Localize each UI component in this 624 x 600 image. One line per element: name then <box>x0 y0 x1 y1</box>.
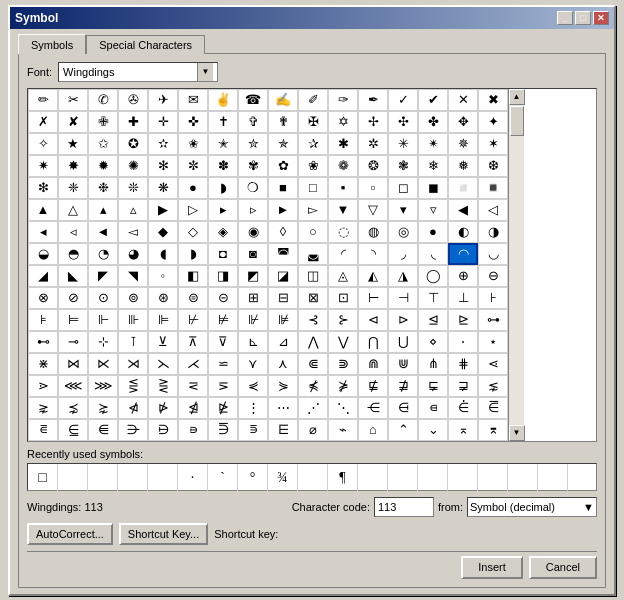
symbol-cell[interactable]: ✝ <box>208 111 238 133</box>
symbol-cell[interactable]: ⋆ <box>478 331 508 353</box>
symbol-cell[interactable]: ◧ <box>178 265 208 287</box>
recent-symbol-cell[interactable]: □ <box>28 464 58 492</box>
symbol-cell[interactable]: ⊤ <box>418 287 448 309</box>
symbol-cell[interactable]: ◡ <box>478 243 508 265</box>
scroll-down-button[interactable]: ▼ <box>509 425 525 441</box>
symbol-cell[interactable]: ◙ <box>238 243 268 265</box>
symbol-cell[interactable]: ◃ <box>58 221 88 243</box>
symbol-cell[interactable]: ⋥ <box>448 375 478 397</box>
symbol-cell[interactable]: ⊧ <box>28 309 58 331</box>
symbol-cell[interactable]: ⋫ <box>148 397 178 419</box>
recent-symbol-cell[interactable]: ¾ <box>268 464 298 492</box>
symbol-cell[interactable]: ● <box>418 221 448 243</box>
symbol-cell[interactable]: ▻ <box>298 199 328 221</box>
symbol-cell[interactable]: ▽ <box>358 199 388 221</box>
symbol-cell[interactable]: ⊗ <box>28 287 58 309</box>
symbol-cell[interactable]: ▹ <box>238 199 268 221</box>
symbol-cell[interactable]: ⊲ <box>358 309 388 331</box>
symbol-cell[interactable]: ⊹ <box>88 331 118 353</box>
symbol-cell[interactable]: ◕ <box>118 243 148 265</box>
symbol-cell[interactable]: ✿ <box>268 155 298 177</box>
symbol-cell[interactable]: ❈ <box>58 177 88 199</box>
symbol-cell[interactable]: ◑ <box>478 221 508 243</box>
symbol-cell[interactable]: ■ <box>268 177 298 199</box>
font-dropdown-arrow[interactable]: ▼ <box>197 63 213 81</box>
symbol-cell[interactable]: ✳ <box>388 133 418 155</box>
symbol-cell[interactable]: ❅ <box>448 155 478 177</box>
symbol-cell[interactable]: ✾ <box>238 155 268 177</box>
symbol-cell[interactable]: ○ <box>298 221 328 243</box>
symbol-cell[interactable]: ⋙ <box>88 375 118 397</box>
symbol-cell[interactable]: ⊜ <box>178 287 208 309</box>
symbol-cell[interactable]: ⋿ <box>268 419 298 441</box>
symbol-cell[interactable]: ◆ <box>148 221 178 243</box>
symbol-cell[interactable]: ⋇ <box>28 353 58 375</box>
symbol-cell[interactable]: ⋎ <box>238 353 268 375</box>
symbol-cell[interactable]: ⋃ <box>388 331 418 353</box>
symbol-cell[interactable]: ⊟ <box>268 287 298 309</box>
symbol-cell[interactable]: ✠ <box>298 111 328 133</box>
symbol-cell[interactable]: ✺ <box>118 155 148 177</box>
symbol-cell[interactable]: ⋚ <box>118 375 148 397</box>
symbol-cell[interactable]: ⊷ <box>28 331 58 353</box>
symbol-cell[interactable]: ◪ <box>268 265 298 287</box>
symbol-cell[interactable]: ◩ <box>238 265 268 287</box>
symbol-cell[interactable]: □ <box>298 177 328 199</box>
symbol-cell[interactable]: ⋱ <box>328 397 358 419</box>
symbol-cell[interactable]: ✞ <box>238 111 268 133</box>
symbol-cell[interactable]: ◯ <box>418 265 448 287</box>
symbol-cell[interactable]: ⋊ <box>118 353 148 375</box>
shortcut-key-button[interactable]: Shortcut Key... <box>119 523 208 545</box>
symbol-cell[interactable]: ✣ <box>388 111 418 133</box>
symbol-cell[interactable]: ❍ <box>238 177 268 199</box>
symbol-cell[interactable]: ◦ <box>148 265 178 287</box>
symbol-cell[interactable]: ⋬ <box>178 397 208 419</box>
symbol-cell[interactable]: ◇ <box>178 221 208 243</box>
symbol-cell[interactable]: ❁ <box>328 155 358 177</box>
symbol-cell[interactable]: ⋒ <box>358 353 388 375</box>
symbol-cell[interactable]: ⊺ <box>118 331 148 353</box>
font-select-box[interactable]: Wingdings ▼ <box>58 62 218 82</box>
symbol-cell[interactable]: ◜ <box>328 243 358 265</box>
symbol-cell[interactable]: ◗ <box>178 243 208 265</box>
symbol-cell[interactable]: ◚ <box>268 243 298 265</box>
tab-symbols[interactable]: Symbols <box>18 34 86 54</box>
symbol-cell[interactable]: ✗ <box>28 111 58 133</box>
symbol-cell[interactable]: ✯ <box>268 133 298 155</box>
symbol-cell[interactable]: ✮ <box>238 133 268 155</box>
symbol-cell[interactable]: ◤ <box>88 265 118 287</box>
recent-symbol-cell[interactable] <box>388 464 418 492</box>
symbol-cell[interactable]: ⋲ <box>358 397 388 419</box>
symbol-cell[interactable]: ✖ <box>478 89 508 111</box>
symbol-cell[interactable]: ◾ <box>478 177 508 199</box>
symbol-cell[interactable]: ✆ <box>88 89 118 111</box>
symbol-cell[interactable]: ⊾ <box>238 331 268 353</box>
symbol-cell[interactable]: ⊢ <box>358 287 388 309</box>
symbol-cell[interactable]: ◻ <box>388 177 418 199</box>
symbol-cell[interactable]: ⊿ <box>268 331 298 353</box>
symbol-cell[interactable]: ◎ <box>388 221 418 243</box>
symbol-cell[interactable]: ◽ <box>448 177 478 199</box>
symbol-cell[interactable]: ⋁ <box>328 331 358 353</box>
symbol-cell[interactable]: ⊖ <box>478 265 508 287</box>
symbol-cell[interactable]: ⋖ <box>478 353 508 375</box>
minimize-button[interactable]: _ <box>557 11 573 25</box>
autocorrect-button[interactable]: AutoCorrect... <box>27 523 113 545</box>
symbol-cell[interactable]: ⊸ <box>58 331 88 353</box>
symbol-cell[interactable]: ✴ <box>418 133 448 155</box>
symbol-cell[interactable]: ❃ <box>388 155 418 177</box>
symbol-cell[interactable]: ❊ <box>118 177 148 199</box>
symbol-cell[interactable]: ⌀ <box>298 419 328 441</box>
symbol-cell[interactable]: ⋀ <box>298 331 328 353</box>
symbol-cell[interactable]: ◔ <box>88 243 118 265</box>
symbol-cell[interactable]: ⋘ <box>58 375 88 397</box>
symbol-cell[interactable]: ◀ <box>448 199 478 221</box>
symbol-cell[interactable]: ⊦ <box>478 287 508 309</box>
symbol-cell[interactable]: ⊽ <box>208 331 238 353</box>
symbol-cell[interactable]: ▪ <box>328 177 358 199</box>
symbol-cell[interactable]: ✦ <box>478 111 508 133</box>
symbol-cell[interactable]: ✟ <box>268 111 298 133</box>
symbol-cell[interactable]: ⊙ <box>88 287 118 309</box>
symbol-cell[interactable]: ► <box>268 199 298 221</box>
symbol-cell[interactable]: ⋅ <box>448 331 478 353</box>
